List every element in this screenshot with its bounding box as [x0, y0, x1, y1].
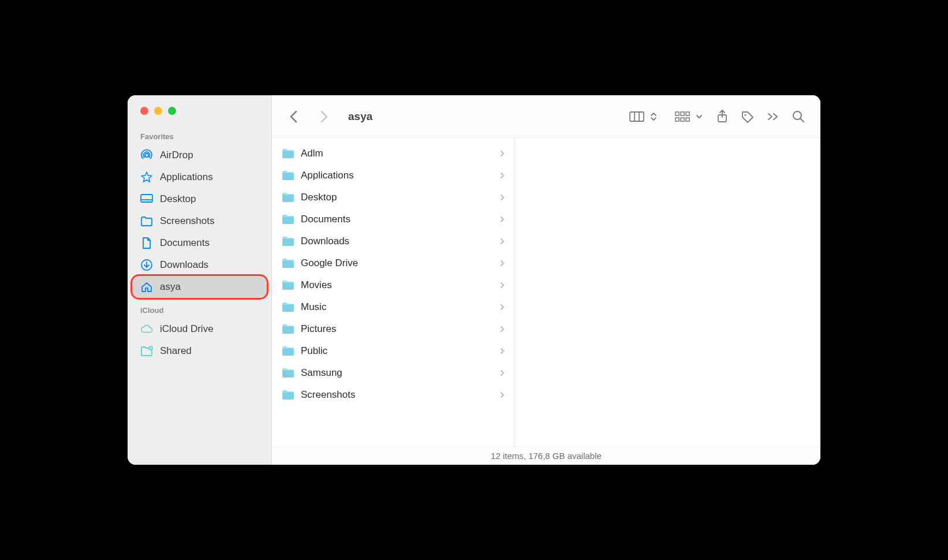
window-title: asya: [348, 110, 372, 123]
sidebar-item-label: Documents: [160, 237, 210, 249]
sidebar-item-asya[interactable]: asya: [132, 276, 267, 298]
folder-name: Documents: [301, 214, 350, 225]
folder-name: Adlm: [301, 148, 323, 159]
sidebar-item-screenshots[interactable]: Screenshots: [132, 210, 267, 232]
sidebar-section: iCloudiCloud DriveShared: [128, 300, 271, 364]
folder-item[interactable]: Downloads: [272, 230, 514, 252]
forward-button[interactable]: [312, 105, 335, 128]
chevron-left-icon: [289, 110, 298, 124]
sidebar-section: FavoritesAirDropApplicationsDesktopScree…: [128, 126, 271, 300]
folder-item[interactable]: Google Drive: [272, 252, 514, 274]
sidebar-sections: FavoritesAirDropApplicationsDesktopScree…: [128, 126, 271, 364]
sidebar-item-label: Applications: [160, 171, 213, 183]
chevron-right-icon: [500, 282, 505, 289]
folder-item[interactable]: Music: [272, 296, 514, 318]
chevron-down-icon: [696, 114, 703, 120]
finder-window: FavoritesAirDropApplicationsDesktopScree…: [128, 95, 820, 465]
sidebar-item-shared[interactable]: Shared: [132, 340, 267, 362]
sidebar-item-label: asya: [160, 281, 181, 293]
sidebar: FavoritesAirDropApplicationsDesktopScree…: [128, 95, 272, 465]
main-panel: asya: [272, 95, 820, 465]
back-button[interactable]: [282, 105, 305, 128]
column-1: AdlmApplicationsDesktopDocumentsDownload…: [272, 138, 514, 446]
svg-rect-13: [681, 118, 684, 121]
chevron-right-icon: [319, 110, 329, 124]
sidebar-item-desktop[interactable]: Desktop: [132, 188, 267, 210]
cloud-icon: [140, 323, 153, 335]
search-button[interactable]: [787, 105, 810, 128]
status-text: 12 items, 176,8 GB available: [491, 451, 602, 461]
sidebar-item-label: Downloads: [160, 259, 208, 271]
svg-rect-6: [630, 112, 644, 121]
maximize-window-button[interactable]: [168, 107, 176, 115]
svg-point-16: [745, 114, 747, 115]
svg-line-18: [801, 118, 804, 122]
sidebar-heading: Favorites: [132, 130, 267, 144]
sidebar-item-airdrop[interactable]: AirDrop: [132, 144, 267, 166]
group-by-button[interactable]: [671, 105, 694, 128]
downloads-icon: [140, 259, 153, 271]
chevron-right-icon: [500, 391, 505, 398]
desktop-icon: [140, 193, 153, 206]
apps-icon: [140, 171, 153, 184]
folder-name: Pictures: [301, 323, 336, 335]
svg-rect-9: [675, 112, 679, 115]
chevron-right-icon: [500, 260, 505, 267]
sidebar-item-documents[interactable]: Documents: [132, 232, 267, 254]
sidebar-item-icloud-drive[interactable]: iCloud Drive: [132, 318, 267, 340]
sidebar-item-downloads[interactable]: Downloads: [132, 254, 267, 276]
view-updown-icon: [650, 111, 657, 122]
column-view: AdlmApplicationsDesktopDocumentsDownload…: [272, 138, 820, 446]
folder-name: Google Drive: [301, 257, 358, 269]
folder-item[interactable]: Desktop: [272, 186, 514, 208]
close-window-button[interactable]: [140, 107, 148, 115]
chevron-right-icon: [500, 150, 505, 157]
folder-item[interactable]: Pictures: [272, 318, 514, 340]
tags-button[interactable]: [736, 105, 759, 128]
folder-item[interactable]: Screenshots: [272, 384, 514, 406]
share-button[interactable]: [711, 105, 734, 128]
folder-name: Samsung: [301, 367, 342, 379]
chevron-right-icon: [500, 172, 505, 179]
svg-rect-12: [675, 118, 679, 121]
sidebar-item-label: AirDrop: [160, 150, 193, 161]
column-2-empty: [514, 138, 820, 446]
minimize-window-button[interactable]: [154, 107, 162, 115]
folder-item[interactable]: Movies: [272, 274, 514, 296]
svg-rect-1: [141, 195, 152, 202]
folder-name: Downloads: [301, 236, 349, 247]
sidebar-item-label: Shared: [160, 345, 192, 357]
svg-rect-14: [686, 118, 689, 121]
folder-item[interactable]: Public: [272, 340, 514, 362]
chevron-right-icon: [500, 194, 505, 201]
search-icon: [792, 110, 805, 123]
view-columns-button[interactable]: [625, 105, 648, 128]
window-controls: [128, 107, 271, 126]
grid-icon: [675, 111, 690, 122]
folder-item[interactable]: Adlm: [272, 143, 514, 165]
chevrons-right-icon: [767, 113, 779, 121]
toolbar: asya: [272, 95, 820, 138]
folder-icon: [140, 215, 153, 227]
folder-name: Screenshots: [301, 389, 356, 401]
svg-point-5: [150, 347, 151, 348]
folder-item[interactable]: Applications: [272, 165, 514, 186]
folder-item[interactable]: Documents: [272, 208, 514, 230]
tag-icon: [741, 110, 755, 123]
folder-item[interactable]: Samsung: [272, 362, 514, 384]
svg-rect-11: [686, 112, 689, 115]
share-icon: [716, 110, 728, 124]
chevron-right-icon: [500, 304, 505, 311]
document-icon: [140, 237, 153, 249]
sidebar-item-applications[interactable]: Applications: [132, 166, 267, 188]
chevron-right-icon: [500, 216, 505, 223]
chevron-right-icon: [500, 369, 505, 376]
more-button[interactable]: [762, 105, 785, 128]
sidebar-item-label: iCloud Drive: [160, 323, 214, 335]
folder-name: Desktop: [301, 192, 337, 203]
airdrop-icon: [140, 149, 153, 162]
folder-name: Applications: [301, 170, 354, 181]
sidebar-item-label: Screenshots: [160, 215, 215, 227]
svg-point-0: [145, 154, 148, 157]
sidebar-heading: iCloud: [132, 304, 267, 318]
